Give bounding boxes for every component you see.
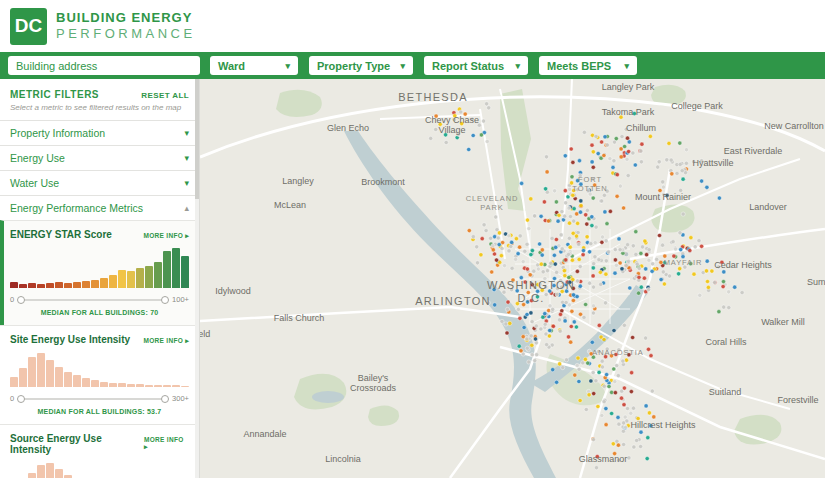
histogram-bar [127,384,135,387]
sidebar-section-property-information[interactable]: Property Information ▾ [0,120,199,145]
dc-logo: DC [10,8,47,45]
slider-min-label: 0 [10,295,14,304]
map-canvas[interactable]: BETHESDALangley ParkCollege ParkTakoma P… [200,79,825,478]
histogram-bar [55,367,63,387]
sidebar-scrollbar-thumb[interactable] [195,79,199,199]
metric-title: ENERGY STAR Score [10,229,112,240]
more-info-link[interactable]: MORE INFO ▸ [144,337,189,345]
energy-star-histogram [10,248,189,288]
app-title-line2: PERFORMANCE [56,26,196,42]
svg-text:Lincolnia: Lincolnia [325,454,361,464]
histogram-bar [37,284,45,288]
metric-source-energy-use-intensity[interactable]: Source Energy Use Intensity MORE INFO ▸ … [0,424,199,478]
median-text: MEDIAN FOR ALL BUILDINGS: 70 [10,309,189,316]
histogram-bar [82,378,90,387]
svg-text:BETHESDA: BETHESDA [398,91,468,103]
histogram-bar [55,282,63,288]
svg-text:Langley: Langley [282,176,314,186]
slider-handle-min[interactable] [17,395,25,403]
svg-text:MAYFAIR: MAYFAIR [664,258,703,267]
svg-text:Hyattsville: Hyattsville [692,158,733,168]
histogram-bar [118,270,126,288]
chevron-down-icon: ▾ [515,61,520,71]
histogram-bar [64,283,72,288]
svg-text:Glen Echo: Glen Echo [327,123,369,133]
search-input[interactable] [16,60,192,72]
histogram-bar [136,384,144,387]
slider-handle-max[interactable] [161,296,169,304]
report-status-dropdown-label: Report Status [432,60,504,72]
sidebar-section-energy-performance-metrics[interactable]: Energy Performance Metrics ▴ [0,195,199,220]
median-value: 70 [150,309,158,316]
app-title-line1: BUILDING ENERGY [56,10,196,26]
property-type-dropdown-label: Property Type [317,60,390,72]
histogram-bar [64,372,72,387]
svg-text:Takoma Park: Takoma Park [602,107,655,117]
histogram-bar [145,385,153,387]
slider-handle-min[interactable] [17,296,25,304]
histogram-bar [109,383,117,387]
metric-filters-sidebar: METRIC FILTERS RESET ALL Select a metric… [0,79,200,478]
svg-text:Cedar Heights: Cedar Heights [714,260,772,270]
svg-text:Coral Hills: Coral Hills [705,337,747,347]
chevron-down-icon: ▾ [400,61,405,71]
svg-text:Brookmont: Brookmont [361,177,405,187]
slider-max-label: 100+ [172,295,189,304]
section-label: Energy Performance Metrics [10,202,143,214]
metric-title: Site Energy Use Intensity [10,334,130,345]
section-label: Energy Use [10,152,65,164]
median-text: MEDIAN FOR ALL BUILDINGS: 53.7 [10,408,189,415]
svg-text:Glassmanor: Glassmanor [579,454,628,464]
meets-beps-dropdown[interactable]: Meets BEPS ▾ [539,56,637,75]
reset-all-button[interactable]: RESET ALL [141,91,189,100]
svg-text:East Riverdale: East Riverdale [724,146,783,156]
report-status-dropdown[interactable]: Report Status ▾ [424,56,528,75]
chevron-down-icon: ▾ [285,61,290,71]
histogram-bar [46,283,54,288]
site-eui-range-slider: 0 300+ [10,394,189,403]
building-address-search[interactable] [8,56,200,75]
svg-text:Walker Mill: Walker Mill [761,317,805,327]
metric-filters-title: METRIC FILTERS [10,89,99,100]
more-info-link[interactable]: MORE INFO ▸ [144,232,189,240]
sidebar-section-water-use[interactable]: Water Use ▾ [0,170,199,195]
svg-text:McLean: McLean [274,200,306,210]
histogram-bar [154,262,162,288]
histogram-bar [136,268,144,288]
histogram-bar [100,278,108,288]
sidebar-section-energy-use[interactable]: Energy Use ▾ [0,145,199,170]
section-label: Water Use [10,177,59,189]
metric-site-energy-use-intensity[interactable]: Site Energy Use Intensity MORE INFO ▸ 0 … [0,325,199,424]
svg-text:Mount Rainier: Mount Rainier [635,192,691,202]
median-value: 53.7 [147,408,161,415]
svg-text:field: field [200,329,210,339]
slider-track[interactable] [19,398,167,400]
histogram-bar [91,280,99,288]
ward-dropdown[interactable]: Ward ▾ [210,56,298,75]
histogram-bar [172,385,180,387]
histogram-bar [145,266,153,288]
histogram-bar [46,360,54,387]
sidebar-scrollbar[interactable] [195,79,199,478]
histogram-bar [172,248,180,288]
property-type-dropdown[interactable]: Property Type ▾ [309,56,413,75]
histogram-bar [73,282,81,288]
metric-energy-star-score[interactable]: ENERGY STAR Score MORE INFO ▸ 0 100+ MED… [0,220,199,325]
more-info-link[interactable]: MORE INFO ▸ [144,436,189,451]
slider-track[interactable] [19,299,167,301]
svg-text:Langley Park: Langley Park [602,82,655,92]
histogram-bar [37,353,45,387]
histogram-bar [127,271,135,288]
filter-toolbar: Ward ▾ Property Type ▾ Report Status ▾ M… [0,52,825,79]
chevron-down-icon: ▾ [184,128,189,138]
histogram-bar [19,368,27,387]
histogram-bar [28,283,36,288]
svg-text:Hillcrest Heights: Hillcrest Heights [630,420,696,430]
svg-text:Summer: Summer [807,277,825,287]
histogram-bar [10,377,18,387]
chevron-down-icon: ▾ [184,178,189,188]
histogram-bar [10,282,18,288]
histogram-bar [181,386,189,387]
slider-handle-max[interactable] [161,395,169,403]
svg-text:Landover: Landover [749,202,787,212]
